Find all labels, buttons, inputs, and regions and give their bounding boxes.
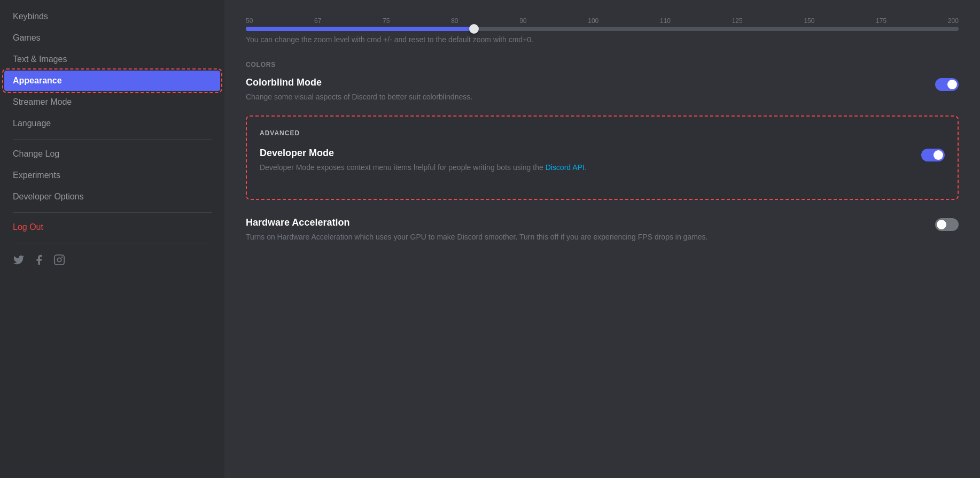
zoom-label-200: 200 [948,17,959,25]
advanced-section: ADVANCED Developer Mode Developer Mode e… [246,115,959,200]
zoom-label-110: 110 [660,17,671,25]
zoom-label-100: 100 [588,17,598,25]
twitter-icon[interactable] [13,254,25,268]
svg-point-1 [57,258,61,261]
svg-point-2 [62,257,63,258]
zoom-label-125: 125 [732,17,743,25]
hardware-acceleration-toggle[interactable] [935,218,959,231]
zoom-slider-thumb[interactable] [469,24,479,34]
sidebar-item-change-log[interactable]: Change Log [4,144,220,164]
zoom-section: 50 67 75 80 90 100 110 125 150 175 200 Y… [246,17,959,44]
sidebar-divider-2 [13,212,212,213]
hardware-acceleration-title: Hardware Acceleration [246,217,918,228]
developer-mode-description: Developer Mode exposes context menu item… [260,162,904,173]
colors-section-label: COLORS [246,61,959,68]
zoom-slider-fill [246,27,474,31]
hardware-acceleration-row: Hardware Acceleration Turns on Hardware … [246,217,959,243]
zoom-label-75: 75 [383,17,390,25]
colorblind-mode-row: Colorblind Mode Change some visual aspec… [246,77,959,103]
developer-mode-info: Developer Mode Developer Mode exposes co… [260,148,921,173]
developer-mode-desc-suffix: . [585,163,587,172]
zoom-label-175: 175 [876,17,886,25]
hardware-acceleration-info: Hardware Acceleration Turns on Hardware … [246,217,935,243]
hardware-acceleration-description: Turns on Hardware Acceleration which use… [246,232,918,243]
sidebar-divider-3 [13,243,212,243]
zoom-labels: 50 67 75 80 90 100 110 125 150 175 200 [246,17,959,25]
zoom-label-90: 90 [519,17,526,25]
zoom-slider-track[interactable] [246,27,959,31]
sidebar-item-appearance[interactable]: Appearance [4,71,220,91]
sidebar: Keybinds Games Text & Images Appearance … [0,0,224,478]
discord-api-link[interactable]: Discord API [546,163,585,172]
facebook-icon[interactable] [33,254,45,268]
developer-mode-row: Developer Mode Developer Mode exposes co… [260,148,945,173]
sidebar-item-developer-options[interactable]: Developer Options [4,187,220,207]
colorblind-mode-toggle[interactable] [935,78,959,91]
developer-mode-title: Developer Mode [260,148,904,159]
colorblind-mode-info: Colorblind Mode Change some visual aspec… [246,77,935,103]
sidebar-item-experiments[interactable]: Experiments [4,165,220,186]
sidebar-item-games[interactable]: Games [4,28,220,48]
advanced-section-label: ADVANCED [260,129,945,137]
developer-mode-desc-prefix: Developer Mode exposes context menu item… [260,163,546,172]
hardware-toggle-thumb [937,220,946,229]
developer-mode-toggle[interactable] [921,149,945,161]
colorblind-mode-title: Colorblind Mode [246,77,918,88]
svg-rect-0 [55,255,64,265]
sidebar-divider-1 [13,139,212,140]
sidebar-item-streamer-mode[interactable]: Streamer Mode [4,92,220,112]
colorblind-mode-description: Change some visual aspects of Discord to… [246,91,918,103]
developer-mode-toggle-thumb [934,150,943,160]
hardware-acceleration-section: Hardware Acceleration Turns on Hardware … [246,217,959,243]
hardware-toggle-track[interactable] [935,218,959,231]
main-content: 50 67 75 80 90 100 110 125 150 175 200 Y… [224,0,980,478]
sidebar-item-language[interactable]: Language [4,113,220,134]
sidebar-item-text-images[interactable]: Text & Images [4,49,220,70]
colorblind-toggle-track[interactable] [935,78,959,91]
zoom-label-50: 50 [246,17,253,25]
zoom-label-67: 67 [314,17,321,25]
colorblind-toggle-thumb [947,80,957,89]
instagram-icon[interactable] [53,254,65,268]
social-links [4,248,220,275]
zoom-hint: You can change the zoom level with cmd +… [246,35,959,44]
developer-mode-toggle-track[interactable] [921,149,945,161]
zoom-label-80: 80 [451,17,458,25]
sidebar-item-keybinds[interactable]: Keybinds [4,6,220,27]
sidebar-item-logout[interactable]: Log Out [4,217,220,237]
zoom-label-150: 150 [804,17,814,25]
